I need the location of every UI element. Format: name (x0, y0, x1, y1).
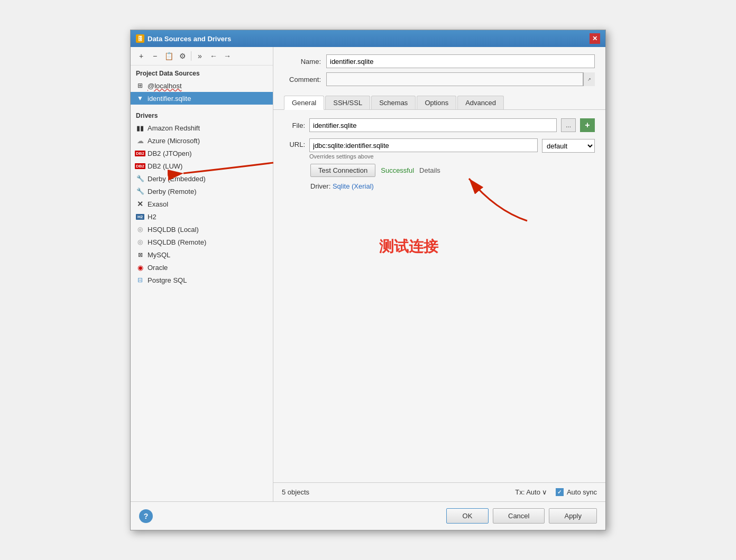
driver-derby-rem-label: Derby (Remote) (148, 188, 196, 195)
driver-label: Driver: (310, 182, 330, 190)
apply-button[interactable]: Apply (549, 508, 597, 524)
details-link[interactable]: Details (419, 166, 440, 174)
derby-rem-icon: 🔧 (136, 187, 144, 195)
arrow-to-successful (443, 168, 548, 231)
ok-button[interactable]: OK (446, 508, 489, 524)
comment-expand-button[interactable]: ↗ (583, 72, 595, 86)
objects-count: 5 objects (282, 488, 309, 496)
left-panel: + − 📋 ⚙ » ← → Project Data Sources ⊞ @lo… (131, 47, 273, 501)
tab-advanced[interactable]: Advanced (457, 96, 504, 109)
toolbar: + − 📋 ⚙ » ← → (131, 47, 273, 66)
driver-hsql-remote[interactable]: ◎ HSQLDB (Remote) (131, 236, 273, 248)
forward-button[interactable]: → (221, 50, 234, 62)
file-input[interactable] (309, 118, 557, 132)
driver-exasol[interactable]: ✕ Exasol (131, 198, 273, 210)
sidebar-item-localhost[interactable]: ⊞ @localhost (131, 79, 273, 92)
driver-h2[interactable]: H2 H2 (131, 210, 273, 223)
app-icon: 🗄 (136, 34, 144, 43)
oracle-icon: ◉ (136, 263, 144, 272)
comment-input[interactable] (326, 72, 583, 86)
exasol-icon: ✕ (136, 200, 144, 208)
derby-emb-icon: 🔧 (136, 174, 144, 183)
dialog-footer: ? OK Cancel Apply (131, 501, 605, 530)
driver-oracle-label: Oracle (148, 264, 168, 272)
driver-azure-label: Azure (Microsoft) (148, 137, 200, 145)
window-title: Data Sources and Drivers (148, 35, 231, 43)
url-input[interactable] (309, 138, 538, 152)
driver-oracle[interactable]: ◉ Oracle (131, 261, 273, 274)
tab-schemas[interactable]: Schemas (371, 96, 416, 109)
help-button[interactable]: ? (139, 509, 153, 523)
close-button[interactable]: ✕ (590, 33, 600, 44)
add-file-button[interactable]: + (580, 118, 595, 132)
bottom-right: Tx: Auto ∨ ✓ Auto sync (515, 488, 597, 496)
check-mark: ✓ (557, 489, 562, 495)
comment-row: Comment: ↗ (284, 72, 595, 86)
driver-derby-embedded[interactable]: 🔧 Derby (Embedded) (131, 172, 273, 185)
title-bar: 🗄 Data Sources and Drivers ✕ (131, 30, 605, 47)
driver-h2-label: H2 (148, 213, 157, 221)
url-input-area: default Overrides settings above (309, 138, 595, 164)
comment-wrapper: ↗ (326, 72, 595, 86)
driver-postgres-label: Postgre SQL (148, 276, 187, 284)
driver-amazon-label: Amazon Redshift (148, 124, 200, 132)
settings-button[interactable]: ⚙ (176, 50, 189, 62)
tabs-bar: General SSH/SSL Schemas Options Advanced (273, 96, 605, 110)
driver-derby-remote[interactable]: 🔧 Derby (Remote) (131, 185, 273, 198)
more-button[interactable]: » (194, 50, 206, 62)
drivers-header: Drivers (131, 108, 273, 122)
url-select[interactable]: default (542, 139, 595, 153)
driver-azure[interactable]: ☁ Azure (Microsoft) (131, 134, 273, 147)
add-button[interactable]: + (135, 50, 148, 62)
browse-button[interactable]: ... (561, 118, 576, 132)
driver-hsql-local-label: HSQLDB (Local) (148, 226, 199, 234)
driver-db2-jt[interactable]: DB2 DB2 (JTOpen) (131, 147, 273, 160)
driver-exasol-label: Exasol (148, 200, 168, 208)
driver-db2-luw[interactable]: DB2 DB2 (LUW) (131, 160, 273, 172)
driver-amazon[interactable]: ▮▮ Amazon Redshift (131, 122, 273, 134)
driver-row: Driver: Sqlite (Xerial) (284, 182, 595, 190)
postgres-icon: ⊟ (136, 276, 144, 284)
file-row: File: ... + (284, 118, 595, 132)
annotation-text: 测试连接 (379, 237, 438, 257)
form-area: Name: Comment: ↗ (273, 47, 605, 96)
cancel-button[interactable]: Cancel (493, 508, 545, 524)
driver-hsql-remote-label: HSQLDB (Remote) (148, 238, 206, 246)
sidebar-item-sqlite[interactable]: ▼ identifier.sqlite (131, 92, 273, 105)
tab-options[interactable]: Options (417, 96, 456, 109)
remove-button[interactable]: − (149, 50, 161, 62)
tab-ssh-ssl[interactable]: SSH/SSL (325, 96, 370, 109)
auto-sync-label: Auto sync (567, 488, 597, 496)
dialog-window: 🗄 Data Sources and Drivers ✕ + − 📋 ⚙ » ←… (130, 30, 606, 530)
tab-general[interactable]: General (284, 96, 324, 110)
db2-jt-icon: DB2 (136, 149, 144, 157)
azure-icon: ☁ (136, 136, 144, 145)
name-input[interactable] (326, 54, 595, 68)
auto-sync: ✓ Auto sync (556, 488, 597, 496)
toolbar-separator (191, 51, 191, 61)
driver-hsql-local[interactable]: ◎ HSQLDB (Local) (131, 223, 273, 236)
sqlite-label: identifier.sqlite (148, 95, 191, 102)
h2-icon: H2 (136, 212, 144, 221)
url-hint: Overrides settings above (309, 153, 595, 160)
url-flex-row: URL: default Overrides settings above (284, 138, 595, 164)
localhost-icon: ⊞ (136, 81, 144, 90)
tx-dropdown[interactable]: ∨ (542, 488, 547, 496)
tx-auto: Tx: Auto ∨ (515, 488, 547, 496)
amazon-icon: ▮▮ (136, 124, 144, 132)
file-label: File: (284, 122, 305, 129)
back-button[interactable]: ← (207, 50, 220, 62)
auto-sync-checkbox[interactable]: ✓ (556, 488, 564, 496)
test-connection-button[interactable]: Test Connection (310, 164, 375, 177)
test-connection-row: Test Connection Successful Details (284, 164, 595, 177)
driver-derby-emb-label: Derby (Embedded) (148, 175, 206, 183)
driver-postgres[interactable]: ⊟ Postgre SQL (131, 274, 273, 286)
url-label: URL: (284, 141, 305, 148)
driver-link[interactable]: Sqlite (Xerial) (333, 182, 374, 190)
copy-button[interactable]: 📋 (162, 50, 175, 62)
driver-mysql[interactable]: ⊠ MySQL (131, 248, 273, 261)
tx-label: Tx: Auto (515, 488, 540, 496)
name-row: Name: (284, 54, 595, 68)
localhost-label: @localhost (148, 82, 182, 90)
sqlite-icon: ▼ (136, 94, 144, 102)
